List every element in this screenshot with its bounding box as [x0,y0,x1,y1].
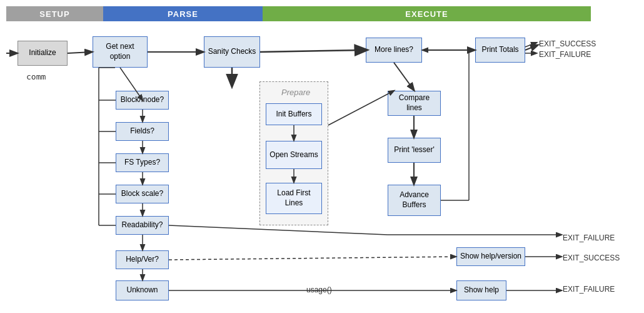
block-inode-label: Block/Inode? [121,95,164,105]
svg-line-1 [68,52,92,53]
phase-setup: SETUP [6,6,103,21]
fields-box: Fields? [116,122,169,141]
usage-text: usage() [306,285,332,294]
help-ver-box: Help/Ver? [116,250,169,269]
phase-parse: PARSE [103,6,263,21]
block-scale-label: Block scale? [121,189,163,199]
svg-line-24 [394,63,414,90]
more-lines-box: More lines? [366,38,422,63]
phase-parse-label: PARSE [168,9,198,19]
exit-success-1: EXIT_SUCCESS [539,39,596,48]
load-first-lines-label: Load First Lines [269,188,319,208]
show-help-version-box: Show help/version [456,247,525,266]
svg-line-30 [169,225,388,235]
compare-lines-box: Compare lines [388,91,441,116]
fs-types-label: FS Types? [124,158,160,168]
svg-line-36 [525,43,536,47]
exit-success-2: EXIT_SUCCESS [563,254,620,262]
comm-text: comm [26,72,46,81]
initialize-box: Initialize [18,41,68,66]
help-ver-label: Help/Ver? [126,255,159,265]
usage-label: usage() [306,285,332,294]
svg-line-3 [260,50,365,52]
prepare-text: Prepare [281,88,310,97]
prepare-label: Prepare [281,88,310,97]
exit-failure-3: EXIT_FAILURE [563,285,615,294]
exit-failure-1: EXIT_FAILURE [539,50,591,59]
exit-failure-2-text: EXIT_FAILURE [563,233,615,242]
svg-line-5 [525,45,538,50]
unknown-box: Unknown [116,280,169,300]
init-buffers-box: Init Buffers [266,103,322,125]
exit-failure-2: EXIT_FAILURE [563,233,615,242]
load-first-lines-box: Load First Lines [266,183,322,214]
get-next-option-label: Get next option [96,42,144,61]
print-totals-box: Print Totals [475,38,525,63]
init-buffers-label: Init Buffers [276,110,311,120]
fs-types-box: FS Types? [116,153,169,172]
readability-label: Readability? [121,220,163,230]
svg-line-32 [169,257,456,260]
show-help-version-label: Show help/version [460,252,521,262]
exit-failure-3-text: EXIT_FAILURE [563,285,615,294]
compare-lines-label: Compare lines [391,93,438,113]
open-streams-label: Open Streams [269,150,318,160]
exit-success-2-text: EXIT_SUCCESS [563,254,620,262]
sanity-checks-label: Sanity Checks [208,47,256,57]
exit-failure-1-text: EXIT_FAILURE [539,50,591,59]
fields-label: Fields? [130,126,154,136]
svg-line-21 [328,91,394,125]
block-scale-box: Block scale? [116,185,169,203]
advance-buffers-label: Advance Buffers [391,190,438,210]
open-streams-box: Open Streams [266,141,322,169]
block-inode-box: Block/Inode? [116,91,169,110]
readability-box: Readability? [116,216,169,235]
show-help-box: Show help [456,280,506,300]
more-lines-label: More lines? [375,45,413,55]
exit-success-1-text: EXIT_SUCCESS [539,39,596,48]
comm-label: comm [26,72,46,81]
sanity-checks-box: Sanity Checks [204,36,260,68]
phase-setup-label: SETUP [39,9,69,19]
advance-buffers-box: Advance Buffers [388,185,441,216]
phase-execute: EXECUTE [263,6,591,21]
show-help-label: Show help [464,285,499,295]
initialize-label: Initialize [29,48,56,58]
print-lesser-label: Print 'lesser' [394,145,435,155]
phase-execute-label: EXECUTE [405,9,448,19]
unknown-label: Unknown [126,285,158,295]
print-totals-label: Print Totals [481,45,518,55]
print-lesser-box: Print 'lesser' [388,138,441,163]
get-next-option-box: Get next option [93,36,148,68]
